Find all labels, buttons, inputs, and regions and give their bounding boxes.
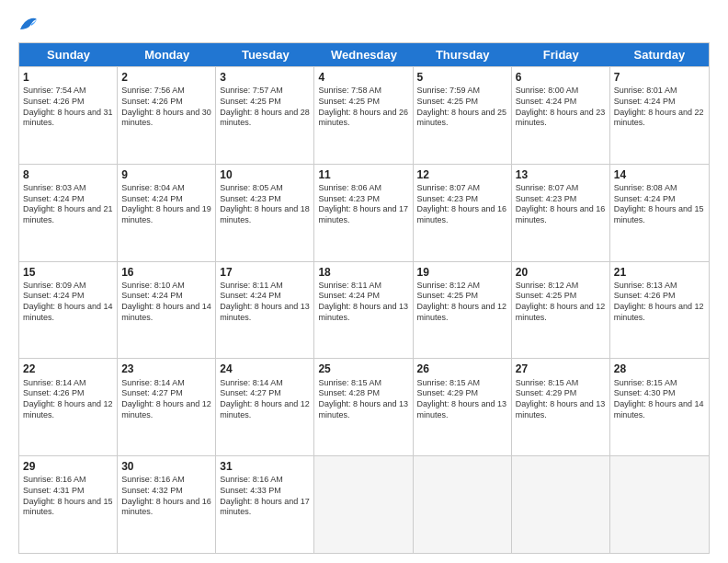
day-info: Sunset: 4:27 PM — [121, 388, 211, 399]
calendar-cell: 4Sunrise: 7:58 AMSunset: 4:25 PMDaylight… — [314, 67, 413, 164]
day-info: Daylight: 8 hours and 13 minutes. — [516, 399, 606, 420]
day-info: Sunset: 4:25 PM — [516, 291, 606, 302]
calendar-cell: 2Sunrise: 7:56 AMSunset: 4:26 PMDaylight… — [118, 67, 216, 164]
weekday-header: Monday — [118, 43, 216, 66]
day-number: 11 — [318, 167, 408, 182]
calendar-cell: 15Sunrise: 8:09 AMSunset: 4:24 PMDayligh… — [19, 262, 118, 359]
day-info: Sunrise: 8:15 AM — [614, 378, 705, 389]
calendar-row: 1Sunrise: 7:54 AMSunset: 4:26 PMDaylight… — [19, 66, 709, 164]
calendar-row: 8Sunrise: 8:03 AMSunset: 4:24 PMDaylight… — [19, 164, 709, 261]
day-number: 21 — [614, 265, 705, 280]
day-info: Sunrise: 7:56 AM — [121, 86, 211, 97]
day-info: Sunrise: 7:58 AM — [318, 86, 408, 97]
day-info: Sunrise: 8:15 AM — [318, 378, 408, 389]
day-info: Daylight: 8 hours and 12 minutes. — [121, 399, 211, 420]
calendar-cell: 26Sunrise: 8:15 AMSunset: 4:29 PMDayligh… — [414, 359, 512, 455]
calendar-cell: 22Sunrise: 8:14 AMSunset: 4:26 PMDayligh… — [19, 359, 118, 455]
day-info: Sunset: 4:23 PM — [516, 194, 606, 205]
calendar-cell: 3Sunrise: 7:57 AMSunset: 4:25 PMDaylight… — [216, 67, 314, 164]
day-info: Sunset: 4:29 PM — [417, 388, 507, 399]
calendar-cell — [314, 456, 413, 553]
weekday-header: Saturday — [610, 43, 709, 66]
calendar-row: 22Sunrise: 8:14 AMSunset: 4:26 PMDayligh… — [19, 358, 709, 455]
calendar-cell — [512, 456, 610, 553]
day-number: 18 — [318, 265, 408, 280]
day-number: 27 — [516, 362, 606, 376]
calendar-cell: 21Sunrise: 8:13 AMSunset: 4:26 PMDayligh… — [610, 262, 709, 359]
day-info: Sunset: 4:30 PM — [614, 388, 705, 399]
day-info: Daylight: 8 hours and 14 minutes. — [23, 302, 113, 323]
day-info: Sunrise: 8:11 AM — [220, 281, 310, 292]
day-info: Sunrise: 8:12 AM — [417, 281, 507, 292]
calendar-cell: 27Sunrise: 8:15 AMSunset: 4:29 PMDayligh… — [512, 359, 610, 455]
day-info: Daylight: 8 hours and 15 minutes. — [614, 204, 705, 225]
day-info: Sunrise: 8:05 AM — [220, 183, 310, 194]
day-info: Sunset: 4:24 PM — [614, 194, 705, 205]
day-info: Sunrise: 7:59 AM — [417, 86, 507, 97]
day-info: Sunset: 4:24 PM — [23, 291, 113, 302]
calendar-row: 29Sunrise: 8:16 AMSunset: 4:31 PMDayligh… — [19, 455, 709, 553]
calendar-cell: 13Sunrise: 8:07 AMSunset: 4:23 PMDayligh… — [512, 165, 610, 261]
day-number: 9 — [121, 167, 211, 182]
day-number: 2 — [121, 70, 211, 85]
day-number: 4 — [318, 70, 408, 85]
day-info: Daylight: 8 hours and 19 minutes. — [121, 204, 211, 225]
calendar-cell: 10Sunrise: 8:05 AMSunset: 4:23 PMDayligh… — [216, 165, 314, 261]
day-info: Sunrise: 8:16 AM — [121, 475, 211, 486]
day-info: Sunset: 4:23 PM — [220, 194, 310, 205]
day-number: 31 — [220, 459, 310, 474]
day-info: Daylight: 8 hours and 12 minutes. — [417, 302, 507, 323]
calendar-cell: 14Sunrise: 8:08 AMSunset: 4:24 PMDayligh… — [610, 165, 709, 261]
day-info: Sunrise: 8:14 AM — [23, 378, 113, 389]
day-number: 10 — [220, 167, 310, 182]
weekday-header: Sunday — [19, 43, 118, 66]
day-number: 15 — [23, 265, 113, 280]
day-info: Sunset: 4:24 PM — [220, 291, 310, 302]
day-number: 12 — [417, 167, 507, 182]
day-number: 23 — [121, 362, 211, 376]
day-number: 26 — [417, 362, 507, 376]
day-info: Daylight: 8 hours and 17 minutes. — [220, 497, 310, 518]
day-info: Sunrise: 8:11 AM — [318, 281, 408, 292]
day-info: Sunrise: 8:14 AM — [220, 378, 310, 389]
day-info: Sunset: 4:25 PM — [417, 97, 507, 108]
day-info: Daylight: 8 hours and 13 minutes. — [318, 399, 408, 420]
day-info: Daylight: 8 hours and 25 minutes. — [417, 108, 507, 129]
day-info: Daylight: 8 hours and 12 minutes. — [614, 302, 705, 323]
day-number: 17 — [220, 265, 310, 280]
day-info: Sunrise: 8:07 AM — [417, 183, 507, 194]
page: SundayMondayTuesdayWednesdayThursdayFrid… — [0, 0, 728, 563]
day-number: 30 — [121, 459, 211, 474]
day-info: Sunrise: 7:54 AM — [23, 86, 113, 97]
day-info: Sunrise: 8:12 AM — [516, 281, 606, 292]
day-info: Sunset: 4:26 PM — [614, 291, 705, 302]
day-info: Daylight: 8 hours and 12 minutes. — [220, 399, 310, 420]
day-info: Sunrise: 8:16 AM — [23, 475, 113, 486]
day-info: Sunrise: 8:16 AM — [220, 475, 310, 486]
day-info: Sunset: 4:26 PM — [23, 388, 113, 399]
day-info: Sunrise: 7:57 AM — [220, 86, 310, 97]
calendar-cell: 24Sunrise: 8:14 AMSunset: 4:27 PMDayligh… — [216, 359, 314, 455]
calendar-cell: 25Sunrise: 8:15 AMSunset: 4:28 PMDayligh… — [314, 359, 413, 455]
weekday-header: Friday — [512, 43, 610, 66]
day-info: Sunset: 4:33 PM — [220, 486, 310, 497]
calendar-cell: 1Sunrise: 7:54 AMSunset: 4:26 PMDaylight… — [19, 67, 118, 164]
day-info: Daylight: 8 hours and 13 minutes. — [220, 302, 310, 323]
day-info: Daylight: 8 hours and 17 minutes. — [318, 204, 408, 225]
day-number: 14 — [614, 167, 705, 182]
day-info: Sunset: 4:25 PM — [318, 97, 408, 108]
calendar-cell: 23Sunrise: 8:14 AMSunset: 4:27 PMDayligh… — [118, 359, 216, 455]
day-info: Sunset: 4:25 PM — [417, 291, 507, 302]
day-info: Sunrise: 8:07 AM — [516, 183, 606, 194]
calendar-cell: 28Sunrise: 8:15 AMSunset: 4:30 PMDayligh… — [610, 359, 709, 455]
day-number: 19 — [417, 265, 507, 280]
day-info: Sunrise: 8:10 AM — [121, 281, 211, 292]
day-number: 28 — [614, 362, 705, 376]
calendar-cell — [414, 456, 512, 553]
day-info: Daylight: 8 hours and 21 minutes. — [23, 204, 113, 225]
weekday-header: Wednesday — [314, 43, 413, 66]
calendar-cell: 6Sunrise: 8:00 AMSunset: 4:24 PMDaylight… — [512, 67, 610, 164]
calendar-cell: 29Sunrise: 8:16 AMSunset: 4:31 PMDayligh… — [19, 456, 118, 553]
day-info: Daylight: 8 hours and 14 minutes. — [614, 399, 705, 420]
calendar-row: 15Sunrise: 8:09 AMSunset: 4:24 PMDayligh… — [19, 261, 709, 359]
